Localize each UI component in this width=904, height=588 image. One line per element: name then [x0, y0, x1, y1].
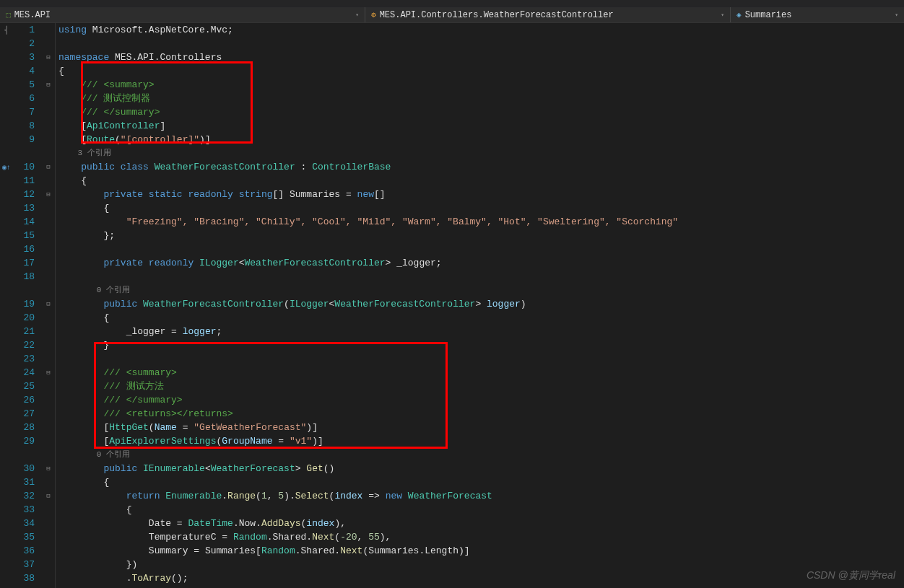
xml-doc-summary: /// <summary> [103, 367, 176, 378]
fold-toggle[interactable]: ⊟ [42, 489, 55, 503]
editor-margin: ⎨ ◉↑ 1234 5678 91011 12131415 161718 192… [0, 23, 55, 588]
httpget-name-string: "GetWeatherForecast" [194, 422, 306, 433]
indicator-column: ⎨ ◉↑ [0, 23, 13, 588]
navigation-bar: ⬚ MES.API ▾ ⚙ MES.API.Controllers.Weathe… [0, 7, 904, 23]
apiexplorer-group-string: "v1" [290, 436, 312, 447]
codelens-references[interactable]: 0 个引用 [97, 450, 130, 459]
line-numbers: 1234 5678 91011 12131415 161718 1920 212… [13, 23, 42, 588]
nav-project[interactable]: ⬚ MES.API ▾ [0, 7, 365, 22]
fold-toggle[interactable]: ⊟ [42, 160, 55, 174]
chevron-down-icon: ▾ [355, 12, 359, 18]
watermark: CSDN @黄同学real [807, 569, 895, 582]
fold-toggle[interactable]: ⊟ [42, 78, 55, 92]
chevron-down-icon: ▾ [721, 12, 724, 18]
xml-doc-summary-close: /// </summary> [81, 107, 160, 118]
fold-toggle[interactable]: ⊟ [42, 297, 55, 311]
codelens-references[interactable]: 3 个引用 [77, 149, 110, 157]
field-icon: ◈ [736, 10, 742, 19]
xml-doc-returns: /// <returns></returns> [103, 408, 232, 419]
nav-member[interactable]: ◈ Summaries ▾ [731, 7, 904, 22]
code-content[interactable]: using Microsoft.AspNetCore.Mvc; namespac… [55, 23, 904, 588]
nav-member-text: Summaries [745, 10, 792, 20]
nav-project-text: MES.API [14, 10, 51, 20]
xml-doc-text: /// 测试控制器 [81, 93, 150, 104]
csharp-icon: ⬚ [6, 10, 11, 19]
fold-toggle[interactable]: ⊟ [42, 462, 55, 475]
nav-class-text: MES.API.Controllers.WeatherForecastContr… [380, 10, 614, 20]
fold-toggle[interactable]: ⊟ [42, 188, 55, 201]
fold-toggle[interactable]: ⊟ [42, 366, 55, 379]
fold-column: ⊟ ⊟ ⊟ ⊟ ⊟ ⊟ ⊟ ⊟ [42, 23, 55, 588]
codelens-references[interactable]: 0 个引用 [97, 286, 130, 294]
nav-class[interactable]: ⚙ MES.API.Controllers.WeatherForecastCon… [365, 7, 730, 22]
code-editor[interactable]: ⎨ ◉↑ 1234 5678 91011 12131415 161718 192… [0, 23, 904, 588]
fold-toggle[interactable]: ⊟ [42, 51, 55, 64]
chevron-down-icon: ▾ [895, 12, 898, 18]
route-string: "[controller]" [121, 134, 199, 145]
xml-doc-summary-close: /// </summary> [103, 395, 182, 405]
tab-bar [0, 0, 904, 7]
xml-doc-summary: /// <summary> [81, 79, 154, 90]
summaries-array: "Freezing", "Bracing", "Chilly", "Cool",… [126, 216, 679, 227]
xml-doc-text: /// 测试方法 [103, 381, 163, 392]
class-icon: ⚙ [371, 10, 376, 19]
